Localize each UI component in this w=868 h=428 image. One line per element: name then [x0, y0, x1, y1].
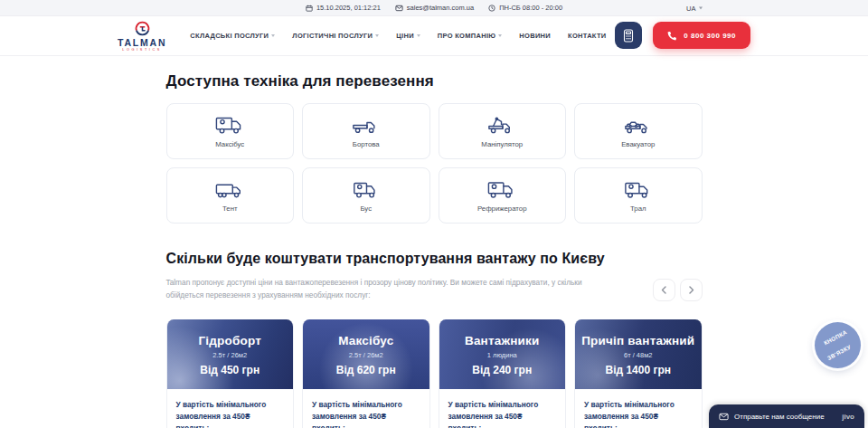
- flatbed-truck-icon: [352, 115, 381, 136]
- equipment-grid: Максібус Бортова Маніпулятор: [166, 103, 703, 224]
- nav-item-warehouse-services[interactable]: Складські послуги: [190, 32, 275, 40]
- pricing-card-loaders: Вантажники 1 людина Від 240 грн У вартіс…: [439, 319, 567, 428]
- fridge-truck-icon: [487, 179, 516, 200]
- nav-item-about[interactable]: Про компанію: [438, 32, 503, 40]
- carousel-next-button[interactable]: [680, 279, 703, 301]
- equipment-card-refrigerator[interactable]: Рефрижератор: [439, 167, 567, 224]
- tow-truck-icon: [624, 115, 653, 136]
- callback-button-label: Кнопка зв'язку: [823, 331, 854, 360]
- chat-widget[interactable]: Отправьте нам сообщение jivo: [709, 404, 864, 428]
- nav-item-logistics-services[interactable]: Логістичні послуги: [292, 32, 379, 40]
- main-navigation: TALMAN LOGISTICS Складські послуги Логіс…: [0, 16, 868, 56]
- top-info-bar: 15.10.2025, 01:12:21 sales@talman.com.ua…: [0, 0, 868, 16]
- pricing-description: Talman пропонує доступні ціни на вантажо…: [166, 277, 591, 301]
- van-icon: [352, 179, 381, 200]
- chevron-down-icon: [417, 34, 420, 37]
- equipment-card-tent[interactable]: Тент: [166, 167, 295, 224]
- language-selector[interactable]: UA: [674, 4, 702, 12]
- pricing-cards: Гідроборт 2.5т / 26м2 Від 450 грн У варт…: [166, 319, 703, 428]
- chat-widget-label: Отправьте нам сообщение: [734, 413, 825, 421]
- phone-button[interactable]: 0 800 300 990: [653, 22, 750, 49]
- pricing-title: Скільки буде коштувати транспортування в…: [166, 251, 703, 267]
- box-truck-icon: [215, 115, 244, 136]
- equipment-card-evacuator[interactable]: Евакуатор: [574, 103, 703, 159]
- chevron-left-icon: [661, 286, 667, 294]
- pricing-card-maxibus: Максібус 2.5т / 26м2 Від 620 грн У варті…: [302, 319, 430, 428]
- nav-menu: Складські послуги Логістичні послуги Цін…: [190, 32, 606, 40]
- chevron-right-icon: [688, 286, 694, 294]
- calendar-icon: [306, 5, 313, 12]
- calculator-button[interactable]: [615, 22, 642, 49]
- jivo-brand-label: jivo: [842, 413, 854, 421]
- equipment-card-manipulator[interactable]: Маніпулятор: [439, 103, 567, 159]
- pricing-card-note: У вартість мінімального замовлення за 45…: [312, 399, 420, 428]
- pricing-card-note: У вартість мінімального замовлення за 45…: [584, 399, 693, 428]
- equipment-card-maxibus[interactable]: Максібус: [166, 103, 295, 159]
- calculator-icon: [623, 29, 634, 43]
- carousel-prev-button[interactable]: [653, 279, 675, 301]
- logo-emblem-icon: [134, 20, 151, 37]
- chevron-down-icon: [271, 34, 275, 37]
- crane-truck-icon: [487, 115, 516, 136]
- equipment-card-label: Трал: [630, 204, 646, 213]
- phone-icon: [667, 31, 677, 41]
- chevron-down-icon: [699, 6, 703, 9]
- equipment-card-label: Маніпулятор: [481, 140, 523, 148]
- tent-truck-icon: [215, 179, 244, 200]
- pricing-section: Скільки буде коштувати транспортування в…: [166, 251, 703, 428]
- equipment-card-label: Максібус: [215, 140, 244, 148]
- datetime: 15.10.2025, 01:12:21: [306, 4, 381, 12]
- clock-icon: [488, 5, 495, 12]
- equipment-title: Доступна техніка для перевезення: [166, 72, 703, 90]
- trailer-truck-icon: [624, 179, 653, 200]
- equipment-card-label: Евакуатор: [621, 140, 655, 148]
- pricing-card-note: У вартість мінімального замовлення за 45…: [176, 399, 285, 428]
- working-hours: ПН-СБ 08:00 - 20:00: [488, 4, 562, 12]
- chevron-down-icon: [375, 34, 379, 37]
- ukraine-flag-icon: [674, 5, 684, 11]
- pricing-card-header: Максібус 2.5т / 26м2 Від 620 грн: [303, 319, 429, 389]
- equipment-card-tral[interactable]: Трал: [574, 167, 703, 224]
- logo-title: TALMAN: [118, 38, 166, 48]
- logo[interactable]: TALMAN LOGISTICS: [118, 20, 166, 52]
- pricing-card-header: Вантажники 1 людина Від 240 грн: [439, 319, 566, 389]
- equipment-card-label: Бус: [360, 204, 372, 213]
- nav-item-prices[interactable]: Ціни: [396, 32, 420, 40]
- equipment-card-label: Бортова: [353, 140, 380, 148]
- pricing-card-note: У вартість мінімального замовлення за 45…: [448, 399, 557, 428]
- pricing-card-cargo-trailer: Причіп вантажний 6т / 48м2 Від 1400 грн …: [574, 319, 703, 428]
- phone-number: 0 800 300 990: [684, 32, 736, 40]
- equipment-card-label: Тент: [222, 204, 238, 213]
- envelope-icon: [395, 5, 403, 12]
- message-icon: [719, 413, 729, 421]
- logo-subtitle: LOGISTICS: [122, 49, 162, 52]
- carousel-controls: [653, 279, 703, 301]
- chevron-down-icon: [498, 34, 502, 37]
- callback-button[interactable]: Кнопка зв'язку: [815, 322, 861, 368]
- pricing-card-hydroboard: Гідроборт 2.5т / 26м2 Від 450 грн У варт…: [166, 319, 295, 428]
- pricing-card-header: Гідроборт 2.5т / 26м2 Від 450 грн: [167, 319, 294, 389]
- equipment-section: Доступна техніка для перевезення Максібу…: [166, 72, 703, 224]
- nav-item-news[interactable]: Новини: [519, 32, 551, 40]
- nav-item-contacts[interactable]: Контакти: [568, 32, 607, 40]
- equipment-card-label: Рефрижератор: [477, 204, 527, 213]
- equipment-card-bus[interactable]: Бус: [302, 167, 430, 224]
- equipment-card-bortova[interactable]: Бортова: [302, 103, 430, 159]
- pricing-card-header: Причіп вантажний 6т / 48м2 Від 1400 грн: [575, 319, 702, 389]
- contact-email[interactable]: sales@talman.com.ua: [395, 4, 474, 12]
